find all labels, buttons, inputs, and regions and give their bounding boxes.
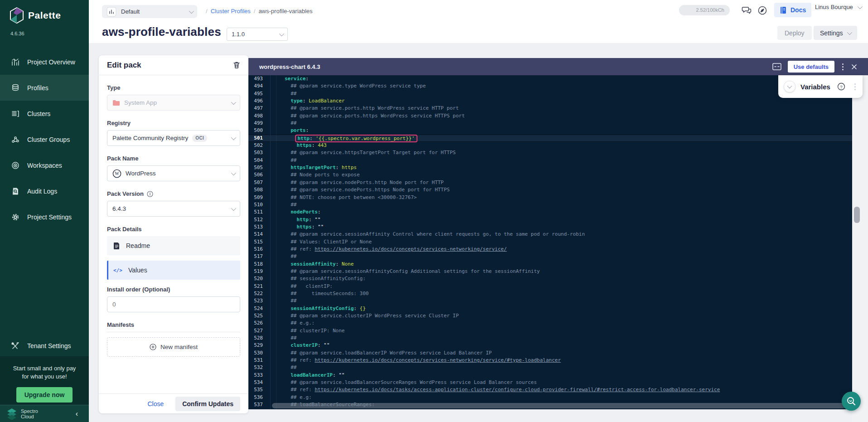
line-number: 501 <box>248 135 270 142</box>
code-line-503[interactable]: 503 ## @param service.httpsTargetPort Ta… <box>248 149 852 156</box>
sidebar-item-tenant-settings[interactable]: Tenant Settings <box>0 335 89 356</box>
code-line-504[interactable]: 504 ## <box>248 157 852 164</box>
code-line-496[interactable]: 496 type: LoadBalancer <box>248 97 852 105</box>
code-line-521[interactable]: 521 ## clientIP: <box>248 283 852 290</box>
code-line-493[interactable]: 493service: <box>248 75 852 82</box>
code-line-498[interactable]: 498 ## @param service.ports.https WordPr… <box>248 112 852 120</box>
settings-button[interactable]: Settings <box>814 26 857 40</box>
tab-readme[interactable]: Readme <box>107 236 240 255</box>
code-line-526[interactable]: 526 ## e.g.: <box>248 320 852 327</box>
code-line-532[interactable]: 532 ## <box>248 364 852 371</box>
trash-icon[interactable] <box>233 61 240 69</box>
project-selector[interactable]: Default <box>102 5 197 18</box>
yaml-editor[interactable]: 493service:494 ## @param service.type Wo… <box>248 75 852 409</box>
line-number: 518 <box>248 261 270 268</box>
docs-button[interactable]: Docs <box>774 3 811 17</box>
code-line-511[interactable]: 511 nodePorts: <box>248 209 852 216</box>
code-line-512[interactable]: 512 http: "" <box>248 216 852 223</box>
profile-version-select[interactable]: 1.1.0 <box>227 28 288 41</box>
pack-name-label: Pack Name <box>107 155 240 162</box>
breadcrumb: / Cluster Profiles / aws-profile-variabl… <box>206 8 313 15</box>
split-view-icon[interactable] <box>772 63 781 70</box>
code-line-527[interactable]: 527 ## clusterIP: None <box>248 327 852 335</box>
sidebar-item-project-overview[interactable]: Project Overview <box>0 49 89 75</box>
upgrade-promo: Start small and only pay for what you us… <box>0 356 89 405</box>
code-line-495[interactable]: 495 ## <box>248 90 852 97</box>
code-line-509[interactable]: 509 ## NOTE: choose port between <30000-… <box>248 194 852 201</box>
pack-version-select[interactable]: 6.4.3 <box>107 201 240 217</box>
pack-name-select[interactable]: W WordPress <box>107 165 240 181</box>
install-order-input[interactable] <box>107 296 240 312</box>
code-line-523[interactable]: 523 ## <box>248 297 852 305</box>
code-line-520[interactable]: 520 ## sessionAffinityConfig: <box>248 275 852 282</box>
code-line-501[interactable]: 501 http: '{{.spectro.var.wordpress_port… <box>248 135 852 142</box>
code-line-516[interactable]: 516 ## ref: https://kubernetes.io/docs/c… <box>248 246 852 253</box>
code-line-522[interactable]: 522 ## timeoutSeconds: 300 <box>248 290 852 297</box>
code-line-494[interactable]: 494 ## @param service.type WordPress ser… <box>248 82 852 90</box>
sidebar-item-clusters[interactable]: Clusters <box>0 101 89 126</box>
variables-expand-button[interactable] <box>784 81 795 92</box>
feedback-button[interactable] <box>740 4 753 17</box>
code-line-536[interactable]: 536 ## e.g: <box>248 394 852 401</box>
tab-values[interactable]: </> Values <box>107 261 240 280</box>
code-line-533[interactable]: 533 loadBalancerIP: "" <box>248 372 852 379</box>
line-number: 498 <box>248 112 270 120</box>
code-line-535[interactable]: 535 ## ref: https://kubernetes.io/docs/t… <box>248 386 852 393</box>
code-line-530[interactable]: 530 ## @param service.loadBalancerIP Wor… <box>248 349 852 357</box>
code-line-513[interactable]: 513 https: "" <box>248 223 852 231</box>
new-manifest-button[interactable]: New manifest <box>107 337 240 357</box>
sidebar-item-workspaces[interactable]: Workspaces <box>0 152 89 178</box>
upgrade-now-button[interactable]: Upgrade now <box>16 387 73 403</box>
sidebar-item-profiles[interactable]: Profiles <box>0 75 89 101</box>
registry-select[interactable]: Palette Community Registry OCI <box>107 130 240 146</box>
code-line-505[interactable]: 505 httpsTargetPort: https <box>248 164 852 171</box>
help-tour-button[interactable] <box>756 4 769 17</box>
manifests-label: Manifests <box>107 321 240 328</box>
close-icon[interactable] <box>851 64 857 70</box>
type-field: System App <box>107 95 240 111</box>
code-line-497[interactable]: 497 ## @param service.ports.http WordPre… <box>248 105 852 112</box>
code-line-529[interactable]: 529 clusterIP: "" <box>248 342 852 349</box>
code-line-534[interactable]: 534 ## @param service.loadBalancerSource… <box>248 379 852 386</box>
sidebar-item-project-settings[interactable]: Project Settings <box>0 204 89 230</box>
code-line-502[interactable]: 502 https: 443 <box>248 142 852 149</box>
code-line-528[interactable]: 528 ## <box>248 335 852 342</box>
code-line-515[interactable]: 515 ## Values: ClientIP or None <box>248 238 852 246</box>
line-number: 495 <box>248 90 270 97</box>
code-line-500[interactable]: 500 ports: <box>248 127 852 134</box>
code-line-518[interactable]: 518 sessionAffinity: None <box>248 261 852 268</box>
deploy-button[interactable]: Deploy <box>777 26 812 40</box>
user-menu[interactable]: Linus Bourque <box>815 4 861 10</box>
line-number: 535 <box>248 386 270 393</box>
code-line-524[interactable]: 524 sessionAffinityConfig: {} <box>248 305 852 312</box>
code-line-517[interactable]: 517 ## <box>248 253 852 260</box>
editor-menu-icon[interactable] <box>841 62 845 72</box>
horizontal-scrollbar[interactable] <box>272 403 845 408</box>
code-line-499[interactable]: 499 ## <box>248 120 852 127</box>
support-search-button[interactable] <box>842 392 861 411</box>
code-line-531[interactable]: 531 ## ref: https://kubernetes.io/docs/c… <box>248 357 852 364</box>
collapse-sidebar-icon[interactable]: ‹ <box>76 410 82 418</box>
page-scrollbar[interactable] <box>852 75 868 422</box>
svg-text:W: W <box>115 171 119 176</box>
breadcrumb-link-cluster-profiles[interactable]: Cluster Profiles <box>211 8 251 15</box>
code-line-507[interactable]: 507 ## @param service.nodePorts.http Nod… <box>248 179 852 186</box>
sidebar-item-audit-logs[interactable]: Audit Logs <box>0 178 89 204</box>
variables-menu-icon[interactable] <box>853 82 857 92</box>
line-number: 496 <box>248 97 270 105</box>
code-line-508[interactable]: 508 ## @param service.nodePorts.https No… <box>248 186 852 194</box>
palette-logo[interactable]: Palette <box>10 7 61 24</box>
variables-help-icon[interactable]: ? <box>837 82 845 91</box>
code-line-514[interactable]: 514 ## @param service.sessionAffinity Co… <box>248 231 852 238</box>
sidebar-item-cluster-groups[interactable]: Cluster Groups <box>0 126 89 152</box>
close-button[interactable]: Close <box>147 400 164 407</box>
code-line-519[interactable]: 519 ## @param service.sessionAffinityCon… <box>248 268 852 275</box>
code-line-510[interactable]: 510 ## <box>248 201 852 209</box>
code-line-525[interactable]: 525 ## @param service.clusterIP WordPres… <box>248 312 852 320</box>
scrollbar-thumb[interactable] <box>854 207 860 223</box>
code-line-538[interactable]: 538 ## - 10.10.10.0/24 <box>248 408 852 409</box>
use-defaults-button[interactable]: Use defaults <box>788 61 834 73</box>
code-line-506[interactable]: 506 ## Node ports to expose <box>248 171 852 179</box>
confirm-updates-button[interactable]: Confirm Updates <box>175 397 240 411</box>
info-icon[interactable] <box>147 191 153 197</box>
